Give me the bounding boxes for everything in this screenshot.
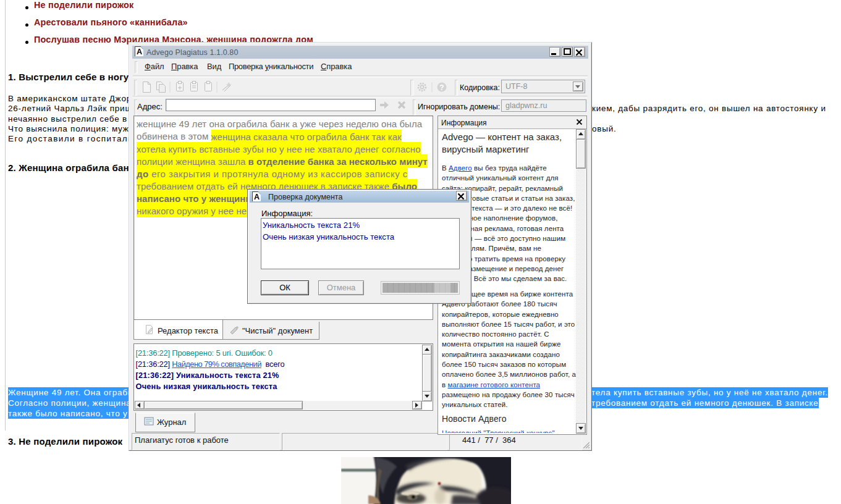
svg-text:?: ? — [439, 83, 444, 92]
